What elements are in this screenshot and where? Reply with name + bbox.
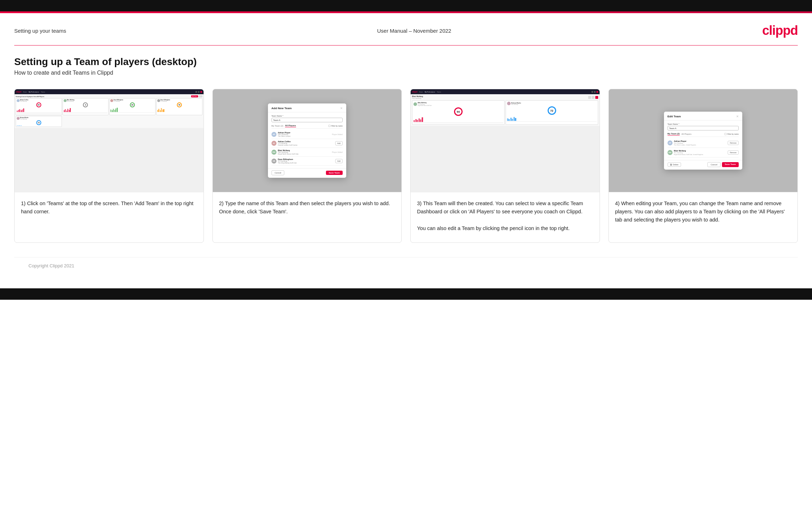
modal1-name-label: Team Name * (271, 115, 343, 117)
player1-status: Player Added (332, 133, 343, 135)
modal1-save-btn[interactable]: Save Team (326, 171, 343, 175)
page-title: Setting up a Team of players (desktop) (14, 56, 798, 68)
modal2-filter-checkbox[interactable] (724, 133, 727, 135)
modal2-delete-btn[interactable]: 🗑 Delete (668, 162, 681, 167)
modal2-tab-allplayers[interactable]: All Players (681, 133, 691, 135)
modal2-team-name-input[interactable]: Team A (668, 126, 739, 130)
step-4-text: 4) When editing your Team, you can chang… (609, 192, 798, 242)
filter-checkbox[interactable] (328, 125, 331, 127)
modal2-filter-label: Filter by name (727, 133, 739, 135)
modal1-tab-myteam[interactable]: My Team (2) (271, 125, 283, 127)
top-bar (0, 0, 812, 11)
step-4-card: Edit Team × Team Name * Team A My Team (… (608, 89, 798, 243)
header-section-label: Setting up your teams (14, 28, 66, 34)
header: Setting up your teams User Manual – Nove… (0, 13, 812, 45)
modal2-close-icon[interactable]: × (736, 114, 738, 118)
modal1-filter-label: Filter by name (331, 125, 343, 127)
cards-grid: clippd Home My Performance Teams (14, 89, 798, 243)
page-footer: Copyright Clippd 2021 (14, 257, 798, 274)
copyright-text: Copyright Clippd 2021 (28, 263, 74, 268)
step-2-text: 2) Type the name of this Team and then s… (213, 192, 402, 242)
modal2-name-label: Team Name * (668, 123, 739, 125)
step-1-card: clippd Home My Performance Teams (14, 89, 204, 243)
step-3-card: clippd Home My Performance Teams (410, 89, 600, 243)
step-4-screenshot: Edit Team × Team Name * Team A My Team (… (609, 89, 798, 192)
modal2-save-btn[interactable]: Save Team (722, 162, 739, 167)
modal1-team-name-input[interactable]: Team A (271, 118, 343, 122)
step-2-screenshot: Add New Team × Team Name * Team A My Tea… (213, 89, 402, 192)
page-content: Setting up a Team of players (desktop) H… (0, 56, 812, 288)
step-3-screenshot: clippd Home My Performance Teams (411, 89, 600, 192)
edit-player2-remove-btn[interactable]: Remove (728, 150, 739, 155)
modal1-cancel-btn[interactable]: Cancel (271, 170, 285, 175)
step-1-screenshot: clippd Home My Performance Teams (15, 89, 204, 192)
modal1-title: Add New Team (271, 107, 292, 110)
step-3-text: 3) This Team will then be created. You c… (411, 192, 600, 242)
clippd-logo: clippd (762, 23, 798, 38)
header-manual-title: User Manual – November 2022 (377, 28, 451, 34)
modal2-cancel-btn[interactable]: Cancel (707, 162, 721, 167)
step-2-card: Add New Team × Team Name * Team A My Tea… (212, 89, 402, 243)
page-subtitle: How to create and edit Teams in Clippd (14, 70, 798, 76)
step-1-text: 1) Click on 'Teams' at the top of the sc… (15, 192, 204, 242)
bottom-bar (0, 288, 812, 300)
player2-add-btn[interactable]: Add (335, 141, 343, 145)
modal1-close-icon[interactable]: × (340, 106, 342, 110)
player4-add-btn[interactable]: Add (335, 159, 343, 163)
header-divider (14, 45, 798, 46)
modal2-tab-myteam[interactable]: My Team (2) (668, 133, 680, 135)
modal2-title: Edit Team (668, 115, 681, 118)
edit-player1-remove-btn[interactable]: Remove (728, 141, 739, 145)
modal1-tab-allplayers[interactable]: All Players (285, 124, 296, 127)
player3-status: Player Added (332, 151, 343, 153)
